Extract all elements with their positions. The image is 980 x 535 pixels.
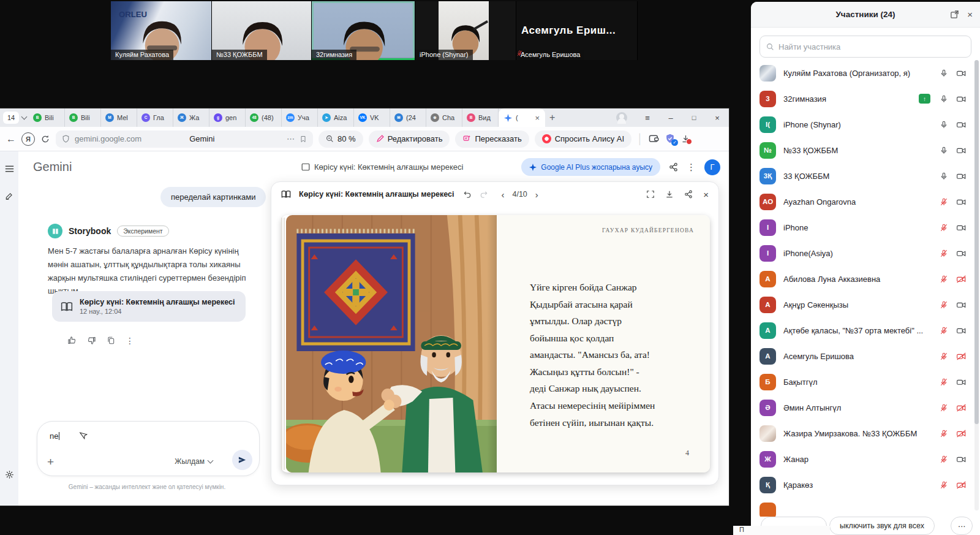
zoom-control[interactable]: 80 % — [318, 131, 363, 148]
camera-icon — [956, 197, 967, 207]
downloads-button[interactable] — [681, 134, 690, 143]
retell-button[interactable]: Пересказать — [455, 131, 529, 148]
more-icon[interactable]: ⋯ — [287, 134, 295, 143]
video-tile[interactable]: Асемгуль Ериш... Асемгуль Еришова — [516, 1, 638, 60]
participant-row[interactable]: AOAyazhan Ongarovna — [751, 189, 974, 214]
browser-profile-avatar[interactable] — [616, 112, 627, 123]
maximize-button[interactable]: □ — [682, 114, 706, 121]
undo-icon[interactable] — [463, 190, 472, 199]
browser-tab[interactable]: ВВид — [462, 108, 499, 127]
browser-tab[interactable]: ➤Aiza — [318, 108, 354, 127]
participant-row[interactable] — [751, 498, 974, 517]
user-message-bubble: переделай картинками — [160, 187, 266, 207]
bookmark-icon[interactable] — [300, 135, 307, 143]
participant-search[interactable]: Найти участника — [760, 36, 971, 58]
participant-row[interactable]: IiPhone(Asiya) — [751, 240, 974, 266]
browser-tab[interactable]: MMel — [101, 108, 137, 127]
back-button[interactable]: ← — [6, 134, 16, 145]
new-tab-button[interactable]: + — [549, 112, 555, 123]
participant-row[interactable]: Жазира Умирзакова. №33 ҚОЖББМ — [751, 420, 974, 446]
participant-row[interactable]: IiPhone — [751, 214, 974, 240]
tab-counter[interactable]: 14 — [3, 112, 26, 124]
video-tile[interactable]: iPhone (Shynar) — [415, 1, 516, 60]
participant-row[interactable]: ҚҚаракөз — [751, 472, 974, 498]
participant-row[interactable]: ААқнұр Сәкенқызы — [751, 292, 974, 317]
minimize-button[interactable]: – — [659, 113, 682, 123]
prompt-input[interactable]: ne + Жылдам — [37, 421, 260, 476]
close-icon[interactable]: × — [967, 9, 973, 20]
participant-row[interactable]: I(iPhone (Shynar) — [751, 112, 974, 137]
participant-row[interactable]: ААқтөбе қаласы, "№37 орта мектебі" ... — [751, 317, 974, 343]
participant-row[interactable]: ААбилова Луна Акказиевна — [751, 266, 974, 292]
storybook-icon — [48, 224, 62, 238]
browser-tab[interactable]: CГла — [137, 108, 173, 127]
browser-menu-icon[interactable]: ≡ — [636, 113, 659, 123]
reload-button[interactable] — [40, 134, 50, 144]
participant-avatar — [760, 65, 776, 82]
menu-icon[interactable] — [5, 165, 14, 173]
gear-icon[interactable] — [5, 470, 14, 479]
participant-row[interactable]: №№33 ҚОЖББМ — [751, 137, 974, 163]
close-icon[interactable]: × — [703, 189, 709, 200]
participant-row[interactable]: ББақытгүл — [751, 369, 974, 395]
browser-tab[interactable]: ⊛Cha — [426, 108, 462, 127]
browser-tab[interactable]: ✉(24 — [390, 108, 426, 127]
more-vert-icon[interactable]: ⋮ — [126, 336, 134, 346]
participant-avatar: А — [760, 322, 776, 339]
new-chat-icon[interactable] — [5, 192, 13, 200]
ask-alice-button[interactable]: Спросить Алису AI — [535, 131, 631, 148]
wallet-extension-icon[interactable] — [649, 134, 660, 143]
participant-status-icons — [940, 197, 967, 207]
browser-tab[interactable]: ЖЖа — [173, 108, 209, 127]
browser-tab[interactable]: BBili — [29, 108, 65, 127]
scrollbar-thumb[interactable] — [974, 60, 979, 424]
redo-icon[interactable] — [480, 190, 488, 199]
upgrade-button[interactable]: Google AI Plus жоспарына ауысу — [521, 158, 660, 176]
storybook-card[interactable]: Көрісу күні: Көктемнің алғашқы мерекесі … — [52, 291, 246, 322]
close-window-button[interactable]: × — [706, 113, 729, 123]
fullscreen-icon[interactable] — [646, 190, 655, 199]
participant-row[interactable]: ЖЖанар — [751, 446, 974, 472]
participant-row[interactable]: ААсемгуль Еришова — [751, 343, 974, 369]
browser-tab[interactable]: 48(48) — [246, 108, 282, 127]
participant-row[interactable]: 332гимназия↑ — [751, 86, 974, 112]
copy-icon[interactable] — [107, 336, 115, 345]
scrollbar[interactable] — [974, 60, 979, 510]
share-icon[interactable] — [669, 162, 678, 172]
protect-extension-icon[interactable]: ✓ — [665, 134, 676, 144]
browser-window: 14 BBiliBBiliMMelCГлаЖЖаggen48(48)zmУча➤… — [0, 108, 729, 506]
next-page-button[interactable]: › — [535, 189, 538, 200]
share-icon[interactable] — [684, 190, 693, 199]
participant-row[interactable]: 3Қ33 ҚОЖББМ — [751, 163, 974, 189]
address-bar[interactable]: gemini.google.com Gemini ⋯ — [56, 131, 313, 148]
tab-favicon: ➤ — [322, 113, 331, 122]
more-vert-icon[interactable]: ⋮ — [687, 162, 696, 173]
video-tile[interactable]: №33 ҚОЖББМ — [212, 1, 312, 60]
send-button[interactable] — [232, 450, 252, 470]
browser-tab[interactable]: BBili — [65, 108, 101, 127]
participant-row[interactable]: ӘӘмин Алтынгүл — [751, 395, 974, 420]
add-attachment-button[interactable]: + — [47, 455, 54, 469]
pop-out-icon[interactable] — [950, 10, 959, 19]
browser-tab[interactable]: VKVK — [354, 108, 390, 127]
footer-more-button[interactable]: ⋯ — [951, 517, 973, 535]
browser-tab-active[interactable]: ( × — [499, 108, 545, 127]
browser-tab[interactable]: zmУча — [282, 108, 318, 127]
yandex-icon[interactable]: Я — [21, 132, 35, 146]
page-edge — [284, 218, 285, 470]
edit-button[interactable]: Редактировать — [369, 131, 450, 148]
participant-name: iPhone(Asiya) — [783, 249, 932, 258]
browser-tab[interactable]: ggen — [209, 108, 246, 127]
prev-page-button[interactable]: ‹ — [501, 189, 504, 200]
download-icon[interactable] — [665, 190, 674, 199]
video-tile[interactable]: 32гимназия — [312, 1, 415, 60]
participant-row[interactable]: Куляйм Рахатова (Организатор, я) — [751, 60, 974, 86]
thumbs-up-icon[interactable] — [67, 336, 77, 345]
mic-icon — [940, 146, 948, 155]
video-tile[interactable]: ORLEUКуляйм Рахатова — [111, 1, 212, 60]
model-selector[interactable]: Жылдам — [175, 457, 213, 466]
account-avatar[interactable]: Г — [704, 159, 720, 175]
mute-all-button[interactable]: ыключить звук для всех — [829, 517, 935, 535]
close-tab-icon[interactable]: × — [535, 113, 540, 123]
thumbs-down-icon[interactable] — [87, 336, 96, 345]
